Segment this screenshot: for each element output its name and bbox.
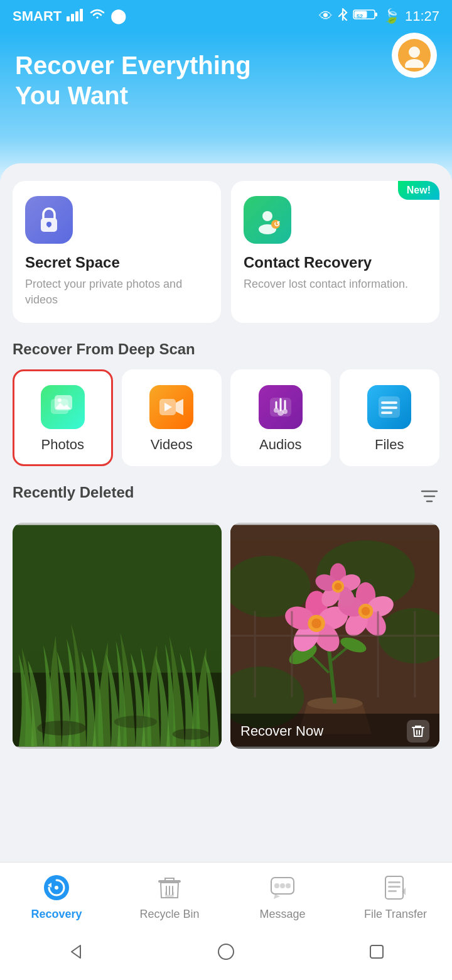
recovery-nav-label: Recovery	[31, 908, 82, 921]
photo-thumb-grass[interactable]	[13, 523, 222, 749]
recycle-bin-nav-label: Recycle Bin	[139, 908, 199, 921]
back-button[interactable]	[62, 938, 89, 967]
wifi-icon	[89, 8, 105, 25]
nav-item-recovery[interactable]: Recovery	[0, 870, 113, 925]
recover-icon	[407, 720, 429, 743]
recover-now-bar[interactable]: Recover Now	[230, 714, 439, 749]
lock-icon	[25, 196, 73, 244]
avatar-icon	[398, 39, 431, 72]
recently-deleted-header: Recently Deleted	[13, 484, 439, 513]
svg-rect-28	[381, 406, 397, 409]
svg-point-25	[282, 409, 288, 414]
message-nav-label: Message	[259, 908, 305, 921]
svg-text:↺: ↺	[274, 220, 280, 229]
status-bar: SMART ⬤ 👁	[0, 0, 452, 33]
recovery-nav-icon	[43, 874, 70, 904]
photo-grid: Recover Now	[13, 523, 439, 749]
nav-item-message[interactable]: Message	[226, 870, 339, 925]
svg-marker-91	[72, 945, 80, 958]
nav-item-recycle-bin[interactable]: Recycle Bin	[113, 870, 226, 925]
svg-point-34	[173, 729, 210, 740]
main-content: Secret Space Protect your private photos…	[0, 163, 452, 874]
svg-point-77	[55, 886, 58, 890]
home-button[interactable]	[212, 938, 240, 967]
recently-deleted-title: Recently Deleted	[13, 484, 134, 501]
svg-point-67	[335, 583, 342, 591]
scan-item-audios[interactable]: Audios	[230, 369, 331, 466]
svg-rect-12	[48, 224, 50, 227]
contact-recovery-title: Contact Recovery	[244, 254, 427, 271]
svg-rect-93	[370, 945, 383, 958]
svg-point-60	[362, 607, 370, 616]
bottom-nav: Recovery Recycle Bin	[0, 862, 452, 930]
svg-point-9	[405, 59, 424, 68]
svg-point-19	[58, 398, 62, 402]
audios-label: Audios	[259, 437, 301, 453]
audios-icon	[259, 385, 303, 429]
scan-item-files[interactable]: Files	[340, 369, 440, 466]
photos-label: Photos	[41, 437, 85, 453]
svg-point-13	[262, 211, 272, 221]
secret-space-card[interactable]: Secret Space Protect your private photos…	[13, 181, 221, 323]
recycle-bin-nav-icon	[156, 874, 183, 904]
svg-rect-1	[71, 14, 74, 21]
signal-icon	[67, 8, 84, 25]
eye-icon: 👁	[319, 8, 333, 24]
status-right: 👁 52 🍃 11:27	[319, 8, 439, 25]
svg-rect-27	[381, 401, 397, 404]
svg-rect-5	[375, 13, 377, 16]
svg-rect-2	[75, 11, 78, 21]
files-icon	[367, 385, 411, 429]
header-title: Recover Everything You Want	[15, 43, 316, 111]
file-transfer-nav-label: File Transfer	[364, 908, 427, 921]
svg-point-84	[280, 883, 285, 888]
svg-point-32	[37, 721, 86, 736]
photo-thumb-flower[interactable]: Recover Now	[230, 523, 439, 749]
svg-point-33	[114, 716, 158, 729]
files-label: Files	[375, 437, 404, 453]
svg-point-83	[274, 883, 279, 888]
svg-rect-29	[381, 411, 392, 414]
scan-item-photos[interactable]: Photos	[13, 369, 113, 466]
clock-time: 11:27	[405, 8, 439, 24]
battery-icon: 52	[353, 8, 378, 24]
status-left: SMART ⬤	[13, 8, 126, 25]
svg-point-85	[286, 883, 291, 888]
feature-cards: Secret Space Protect your private photos…	[13, 181, 439, 323]
svg-point-92	[218, 944, 234, 959]
svg-point-24	[274, 408, 279, 413]
card-icon-wrap-secret	[25, 196, 208, 244]
bluetooth-icon	[338, 8, 348, 25]
card-icon-wrap-contact: ↺	[244, 196, 427, 244]
svg-text:52: 52	[357, 13, 363, 19]
deep-scan-title: Recover From Deep Scan	[13, 340, 439, 358]
carrier-name: SMART	[13, 8, 62, 24]
nav-item-file-transfer[interactable]: File Transfer	[339, 870, 452, 925]
header-area: Recover Everything You Want	[0, 33, 452, 183]
svg-point-53	[311, 619, 321, 629]
message-nav-icon	[269, 874, 296, 904]
contact-icon: ↺	[244, 196, 291, 244]
leaf-icon: 🍃	[383, 8, 400, 24]
file-transfer-nav-icon	[382, 874, 409, 904]
svg-rect-3	[80, 9, 83, 21]
secret-space-desc: Protect your private photos and videos	[25, 276, 208, 308]
contact-recovery-desc: Recover lost contact information.	[244, 276, 427, 292]
secret-space-title: Secret Space	[25, 254, 208, 271]
svg-rect-88	[388, 886, 401, 888]
filter-button[interactable]	[419, 486, 439, 511]
new-badge: New!	[398, 181, 439, 200]
svg-rect-89	[388, 890, 397, 892]
recover-now-label: Recover Now	[240, 723, 323, 739]
contact-recovery-card[interactable]: New! ↺ Contact Recovery Recover lost con…	[231, 181, 439, 323]
svg-point-8	[409, 46, 420, 58]
videos-icon	[149, 385, 193, 429]
circle-indicator: ⬤	[110, 8, 126, 24]
scan-item-videos[interactable]: Videos	[122, 369, 222, 466]
recents-button[interactable]	[363, 938, 390, 967]
avatar-button[interactable]	[392, 33, 437, 78]
system-nav-bar	[0, 929, 452, 980]
svg-rect-87	[388, 881, 401, 883]
svg-rect-0	[67, 16, 70, 21]
scan-grid: Photos Videos	[13, 369, 439, 466]
